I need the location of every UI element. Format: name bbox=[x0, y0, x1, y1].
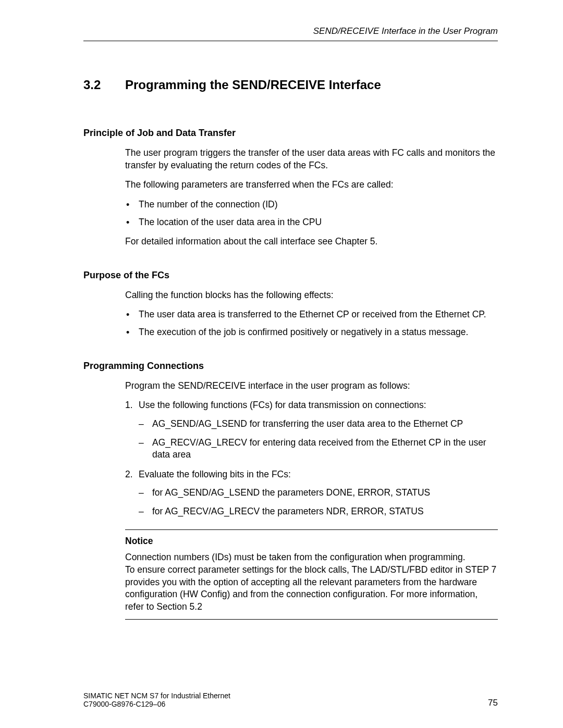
dash-list: for AG_SEND/AG_LSEND the parameters DONE… bbox=[139, 487, 498, 517]
paragraph: The following parameters are transferred… bbox=[125, 179, 498, 191]
list-item: Use the following functions (FCs) for da… bbox=[125, 399, 498, 461]
footer-line1: SIMATIC NET NCM S7 for Industrial Ethern… bbox=[83, 692, 498, 700]
body-principle: The user program triggers the transfer o… bbox=[125, 147, 498, 248]
section-number: 3.2 bbox=[83, 78, 125, 92]
subsection-purpose: Purpose of the FCs Calling the function … bbox=[83, 270, 498, 339]
notice-box: Notice Connection numbers (IDs) must be … bbox=[125, 529, 498, 620]
paragraph: Calling the function blocks has the foll… bbox=[125, 289, 498, 302]
paragraph: The user program triggers the transfer o… bbox=[125, 147, 498, 171]
footer-line2: C79000-G8976-C129–06 bbox=[83, 700, 498, 708]
paragraph: For detailed information about the call … bbox=[125, 236, 498, 248]
list-item: The number of the connection (ID) bbox=[125, 199, 498, 211]
running-head: SEND/RECEIVE Interface in the User Progr… bbox=[83, 26, 498, 41]
subsection-programming: Programming Connections Program the SEND… bbox=[83, 361, 498, 620]
list-item: The user data area is transferred to the… bbox=[125, 309, 498, 321]
page-footer: SIMATIC NET NCM S7 for Industrial Ethern… bbox=[83, 692, 498, 708]
subhead-purpose: Purpose of the FCs bbox=[83, 270, 498, 281]
body-programming: Program the SEND/RECEIVE interface in th… bbox=[125, 380, 498, 620]
notice-paragraph: Connection numbers (IDs) must be taken f… bbox=[125, 551, 498, 564]
section-title: Programming the SEND/RECEIVE Interface bbox=[125, 78, 381, 92]
list-item: AG_RECV/AG_LRECV for entering data recei… bbox=[139, 437, 498, 461]
list-item-text: Evaluate the following bits in the FCs: bbox=[139, 469, 291, 479]
bullet-list: The user data area is transferred to the… bbox=[125, 309, 498, 338]
section-heading: 3.2Programming the SEND/RECEIVE Interfac… bbox=[83, 78, 498, 92]
notice-title: Notice bbox=[125, 535, 498, 548]
page-container: SEND/RECEIVE Interface in the User Progr… bbox=[0, 0, 563, 620]
body-purpose: Calling the function blocks has the foll… bbox=[125, 289, 498, 339]
list-item: Evaluate the following bits in the FCs: … bbox=[125, 468, 498, 518]
list-item: for AG_RECV/AG_LRECV the parameters NDR,… bbox=[139, 505, 498, 518]
numbered-list: Use the following functions (FCs) for da… bbox=[125, 399, 498, 517]
dash-list: AG_SEND/AG_LSEND for transferring the us… bbox=[139, 418, 498, 461]
list-item-text: Use the following functions (FCs) for da… bbox=[139, 400, 426, 410]
list-item: The execution of the job is confirmed po… bbox=[125, 326, 498, 339]
notice-paragraph: To ensure correct parameter settings for… bbox=[125, 564, 498, 613]
list-item: The location of the user data area in th… bbox=[125, 216, 498, 229]
subhead-principle: Principle of Job and Data Transfer bbox=[83, 128, 498, 139]
list-item: AG_SEND/AG_LSEND for transferring the us… bbox=[139, 418, 498, 430]
list-item: for AG_SEND/AG_LSEND the parameters DONE… bbox=[139, 487, 498, 499]
subsection-principle: Principle of Job and Data Transfer The u… bbox=[83, 128, 498, 248]
page-number: 75 bbox=[488, 698, 498, 708]
bullet-list: The number of the connection (ID) The lo… bbox=[125, 199, 498, 228]
subhead-programming: Programming Connections bbox=[83, 361, 498, 372]
paragraph: Program the SEND/RECEIVE interface in th… bbox=[125, 380, 498, 392]
